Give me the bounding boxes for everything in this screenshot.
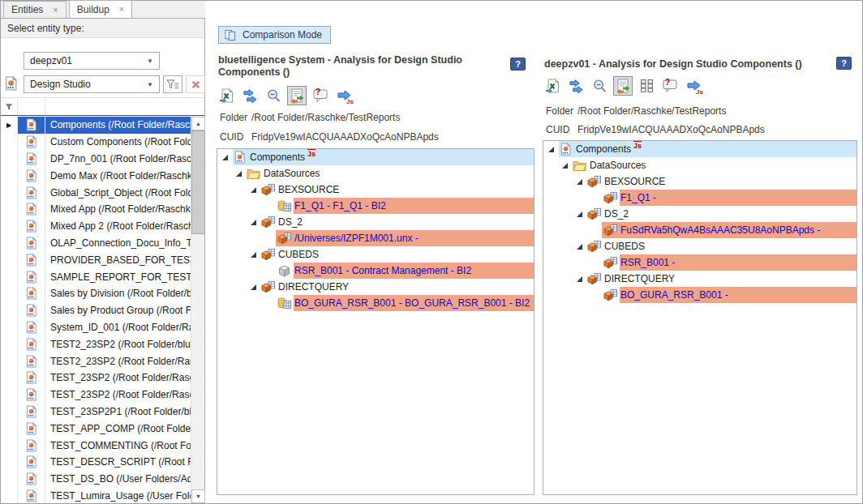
transfer-button[interactable] <box>240 86 260 105</box>
db-table-icon <box>277 199 291 212</box>
expander-icon[interactable] <box>221 154 229 161</box>
transfer-button[interactable] <box>566 76 586 96</box>
goto-scripts-button[interactable]: Js <box>684 76 703 96</box>
entity-icon <box>18 352 45 369</box>
system-dropdown[interactable]: deepzv01 ▼ <box>24 52 160 70</box>
list-item[interactable]: TEST_COMMENTING (/Root Folder/bl <box>1 437 191 454</box>
tree-item-ds2[interactable]: DS_2 <box>217 214 534 230</box>
close-icon[interactable]: × <box>119 5 124 14</box>
expander-icon[interactable] <box>250 251 257 258</box>
tab-buildup[interactable]: Buildup × <box>69 0 132 18</box>
expander-icon[interactable] <box>250 284 257 291</box>
chevron-down-icon: ▼ <box>147 58 153 65</box>
expander-icon[interactable] <box>250 186 257 194</box>
clear-filter-button[interactable] <box>186 75 205 93</box>
preview-button[interactable] <box>264 86 283 105</box>
tree-item-datasource[interactable]: /Universes/IZPF1M001.unx - <box>217 230 534 246</box>
tree-item-datasource[interactable]: BO_GURA_RSR_B001 - <box>543 287 857 303</box>
expander-icon[interactable] <box>250 219 257 226</box>
tree-item-datasources[interactable]: DataSources <box>217 165 534 182</box>
tree-item-components[interactable]: Components Js <box>543 141 857 157</box>
list-item[interactable]: OLAP_Connection_Docu_Info_Test (/ <box>1 235 191 252</box>
expander-icon[interactable] <box>561 162 569 169</box>
expander-icon[interactable] <box>235 170 243 177</box>
tree-item-ds2[interactable]: DS_2 <box>543 206 857 222</box>
list-scrollbar[interactable]: ▲ ▼ <box>191 117 204 503</box>
list-item[interactable]: System_ID_001 (/Root Folder/Raschk <box>1 319 191 336</box>
tree-item-datasources[interactable]: DataSources <box>543 157 857 173</box>
tree-item-datasource[interactable]: F1_Q1 - <box>543 190 857 206</box>
tree-item-datasource[interactable]: BO_GURA_RSR_B001 - BO_GURA_RSR_B001 - BI… <box>217 295 534 311</box>
goto-scripts-button[interactable]: Js <box>334 86 354 105</box>
cuid-value: FridpVe19wIACQUAAADXoQcAoNPBApds <box>251 131 439 143</box>
list-item[interactable]: TEST_23SP2 (/Root Folder/Raschke/D <box>1 369 191 387</box>
list-item[interactable]: TEST2_23SP2 (/Root Folder/bluetellig <box>1 335 191 352</box>
comparison-mode-button[interactable]: Comparison Mode <box>218 26 331 44</box>
entity-type-selects: deepzv01 ▼ Design Studio ▼ <box>1 38 204 97</box>
tree-item-bexsource[interactable]: BEXSOURCE <box>543 173 857 190</box>
list-item[interactable]: Sales by Division (/Root Folder/bluete <box>1 285 191 302</box>
list-item[interactable]: TEST_23SP2 (/Root Folder/Raschke/L <box>1 387 191 404</box>
list-item[interactable]: DP_7nn_001 (/Root Folder/Raschke/T <box>1 151 191 168</box>
list-item[interactable]: PROVIDER_BASED_FOR_TESTING (/F <box>1 251 191 268</box>
scroll-up-button[interactable]: ▲ <box>191 117 205 130</box>
tree-item-datasource[interactable]: RSR_B001 - <box>543 254 857 271</box>
folder-label: Folder <box>546 105 573 117</box>
grid-view-icon <box>639 79 655 94</box>
tree-item-components[interactable]: Components Js <box>217 149 534 165</box>
entity-type-dropdown[interactable]: Design Studio ▼ <box>24 75 160 93</box>
source-tree: Components Js DataSources BEXSOURCE F1_Q… <box>217 148 535 495</box>
preview-button[interactable] <box>590 76 609 96</box>
filter-cell[interactable] <box>45 98 204 115</box>
scroll-down-button[interactable]: ▼ <box>191 489 205 503</box>
db-table-icon <box>277 297 291 310</box>
list-item[interactable]: Mixed App (/Root Folder/Raschke/De <box>1 201 191 218</box>
tree-item-datasource[interactable]: F1_Q1 - F1_Q1 - BI2 <box>217 198 534 214</box>
compare-toggle-button[interactable] <box>287 86 307 105</box>
tree-item-datasource[interactable]: RSR_B001 - Contract Management - BI2 <box>217 263 534 279</box>
filter-settings-button[interactable] <box>163 75 182 93</box>
tree-item-cubeds[interactable]: CUBEDS <box>217 246 534 263</box>
entity-icon <box>18 420 45 437</box>
export-excel-button[interactable] <box>217 86 236 105</box>
list-item[interactable]: TEST_Lumira_Usage (/User Folders/A <box>1 488 191 503</box>
list-item[interactable]: Mixed App 2 (/Root Folder/Raschke/D <box>1 218 191 235</box>
list-item[interactable]: Sales by Product Group (/Root Folder <box>1 302 191 319</box>
list-item[interactable]: SAMPLE_REPORT_FOR_TESTING_M ( <box>1 268 191 285</box>
scrollbar-thumb[interactable] <box>191 130 205 234</box>
comment-button[interactable]: ? <box>311 86 330 105</box>
tree-item-datasource[interactable]: FuSdRVa5hQwA4BsAAAC35U8AoNPBApds - <box>543 222 857 238</box>
tree-item-directquery[interactable]: DIRECTQUERY <box>217 279 534 295</box>
list-item[interactable]: ▶ Components (/Root Folder/Raschke/T <box>1 117 191 134</box>
export-excel-button[interactable] <box>543 76 562 96</box>
help-icon[interactable]: ? <box>836 57 852 70</box>
help-icon[interactable]: ? <box>510 58 526 70</box>
expander-icon[interactable] <box>576 275 583 283</box>
expander-icon[interactable] <box>576 211 583 218</box>
grid-filter-row[interactable] <box>1 97 204 117</box>
expander-icon[interactable] <box>576 178 583 186</box>
tree-item-directquery[interactable]: DIRECTQUERY <box>543 271 857 287</box>
list-item[interactable]: TEST_DS_BO (/User Folders/Administ <box>1 471 191 488</box>
comment-button[interactable]: ? <box>660 76 680 96</box>
list-item[interactable]: Custom Components (/Root Folder/Ra <box>1 134 191 151</box>
filter-cell[interactable] <box>1 98 18 115</box>
tab-entities[interactable]: Entities × <box>3 1 67 18</box>
close-icon[interactable]: × <box>53 6 58 15</box>
list-item[interactable]: Demo Max (/Root Folder/Raschke) <box>1 167 191 184</box>
grid-view-button[interactable] <box>637 76 656 96</box>
list-item[interactable]: TEST2_23SP2 (/Root Folder/Raschke, <box>1 352 191 369</box>
list-item[interactable]: Global_Script_Object (/Root Folder/R <box>1 184 191 201</box>
list-item[interactable]: TEST_23SP2P1 (/Root Folder/bluetelli <box>1 404 191 421</box>
compare-toggle-button[interactable] <box>613 76 633 96</box>
js-badge: Js <box>633 141 642 150</box>
expander-icon[interactable] <box>576 243 583 250</box>
entity-icon <box>18 454 45 471</box>
expander-icon[interactable] <box>547 146 555 153</box>
tree-item-cubeds[interactable]: CUBEDS <box>543 238 857 254</box>
folder-value: /Root Folder/Raschke/TestReports <box>577 105 726 117</box>
list-item[interactable]: TEST_DESCR_SCRIPT (/Root Folder/F <box>1 454 191 471</box>
list-item[interactable]: TEST_APP_COMP (/Root Folder/bluet <box>1 420 191 437</box>
tree-item-bexsource[interactable]: BEXSOURCE <box>217 182 534 198</box>
filter-cell[interactable] <box>18 98 45 115</box>
